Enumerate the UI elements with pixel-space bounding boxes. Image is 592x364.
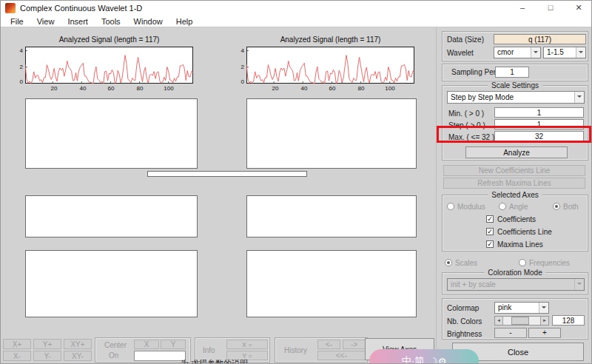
dropdown-arrow-icon — [574, 279, 584, 290]
nb-colors-label: Nb. Colors — [447, 317, 482, 326]
coefficients-line-axes-left — [25, 195, 198, 237]
wavelet-family-dropdown[interactable]: cmor — [494, 47, 541, 58]
wavelet-family-value: cmor — [497, 48, 514, 56]
angle-radio[interactable] — [499, 203, 506, 210]
x-tick-label: 40 — [75, 85, 90, 92]
scales-label: Scales — [455, 259, 477, 267]
menu-window[interactable]: Window — [127, 17, 169, 26]
annotation-highlight-box — [437, 126, 591, 143]
y-tick-label: 0 — [13, 78, 23, 85]
brightness-plus-button[interactable]: + — [528, 328, 561, 338]
modulus-label: Modulus — [457, 203, 485, 211]
sampling-period-input[interactable]: 1 — [495, 67, 529, 78]
sampling-period-group: Sampling Period 1 — [442, 64, 588, 81]
brightness-label: Brightness — [447, 330, 482, 338]
angle-label: Angle — [509, 203, 528, 211]
coefficients-line-checkbox[interactable]: ✓ — [486, 228, 494, 235]
zoom-x-plus-button[interactable]: X+ — [3, 339, 31, 349]
x-tick-label: 80 — [132, 85, 147, 92]
center-on-group: Center On X Y — [95, 337, 191, 363]
analyze-button[interactable]: Analyze — [465, 146, 568, 158]
refresh-maxima-lines-button[interactable]: Refresh Maxima Lines — [443, 178, 585, 189]
close-icon[interactable]: ✕ — [565, 1, 592, 16]
center-x-button[interactable]: X — [134, 340, 159, 349]
y-tick-label: 4 — [235, 47, 244, 54]
y-tick-label: 0 — [235, 78, 244, 85]
colormap-dropdown[interactable]: pink — [494, 302, 549, 314]
center-label: Center — [104, 341, 127, 349]
y-tick-label: 2 — [235, 64, 244, 70]
scale-mode-dropdown[interactable]: Step by Step Mode — [447, 91, 585, 104]
brightness-minus-button[interactable]: - — [494, 328, 527, 338]
wavelet-number-dropdown[interactable]: 1-1.5 — [543, 47, 586, 58]
on-label: On — [109, 351, 118, 360]
x-tick-label: 100 — [161, 85, 176, 92]
coefficients-axes-left — [25, 98, 198, 169]
coloration-mode-title: Coloration Mode — [484, 269, 545, 277]
history-back-button[interactable]: <- — [317, 340, 340, 349]
zoom-y-minus-button[interactable]: Y- — [33, 351, 61, 361]
slider-left-arrow-icon[interactable]: ◄ — [495, 317, 503, 325]
menu-help[interactable]: Help — [169, 17, 200, 26]
coefficients-line-axes-right — [246, 195, 417, 237]
colormap-label: Colormap — [447, 304, 479, 312]
info-label: Info — [203, 346, 215, 354]
slider-thumb[interactable] — [511, 317, 529, 325]
coefficients-label: Coefficients — [497, 215, 536, 223]
signal-plot — [246, 47, 414, 84]
menu-file[interactable]: File — [4, 17, 30, 26]
center-on-input[interactable] — [134, 351, 186, 361]
history-forward-button[interactable]: -> — [343, 340, 366, 349]
history-label: History — [284, 346, 307, 354]
history-back-all-button[interactable]: <<- — [317, 351, 366, 360]
plot-title-left: Analyzed Signal (length = 117) — [25, 36, 193, 44]
nb-colors-input[interactable]: 128 — [552, 315, 585, 326]
selected-axes-group: Selected Axes Modulus Angle Both ✓ Coeff… — [442, 195, 588, 252]
modulus-radio[interactable] — [447, 203, 454, 210]
frequencies-radio[interactable] — [519, 259, 526, 266]
colormap-value: pink — [498, 303, 511, 311]
zoom-x-minus-button[interactable]: X- — [3, 351, 31, 361]
zoom-y-plus-button[interactable]: Y+ — [33, 339, 61, 349]
data-wavelet-group: Data (Size) q (117) Wavelet cmor 1-1.5 — [442, 31, 588, 61]
dropdown-arrow-icon — [574, 92, 584, 103]
zoom-xy-minus-button[interactable]: XY- — [64, 351, 92, 361]
x-tick-label: 80 — [354, 85, 369, 92]
y-tick-label: 4 — [13, 47, 23, 54]
app-window: Complex Continuous Wavelet 1-D – □ ✕ Fil… — [0, 0, 592, 364]
wavelet-label: Wavelet — [447, 49, 474, 57]
x-tick-label: 20 — [268, 85, 283, 92]
selected-axes-title: Selected Axes — [488, 191, 542, 199]
scale-mode-value: Step by Step Mode — [451, 93, 514, 101]
menu-view[interactable]: View — [30, 17, 61, 26]
center-y-button[interactable]: Y — [161, 340, 186, 349]
slider-right-arrow-icon[interactable]: ► — [540, 317, 548, 325]
menu-insert[interactable]: Insert — [61, 17, 95, 26]
coloration-mode-dropdown[interactable]: init + by scale — [447, 278, 585, 291]
min-label: Min. ( > 0 ) — [448, 109, 484, 118]
signal-plot — [25, 47, 193, 84]
minimize-icon[interactable]: – — [508, 1, 536, 16]
slider-track[interactable] — [503, 317, 540, 325]
coefficients-checkbox[interactable]: ✓ — [486, 215, 494, 223]
min-input[interactable]: 1 — [494, 107, 584, 118]
dropdown-arrow-icon — [576, 47, 585, 58]
nb-colors-slider[interactable]: ◄ ► — [494, 316, 549, 326]
history-group: History <- -> <<- — [275, 337, 368, 363]
scale-settings-title: Scale Settings — [488, 81, 542, 90]
both-label: Both — [563, 203, 579, 211]
colormap-group: Colormap pink Nb. Colors ◄ ► 128 Brightn… — [442, 298, 588, 340]
coloration-mode-value: init + by scale — [451, 280, 496, 289]
zoom-xy-plus-button[interactable]: XY+ — [64, 339, 92, 349]
watermark: 中·简 ☽⚙ — [369, 349, 479, 364]
x-tick-label: 100 — [383, 85, 397, 92]
clipped-caption-text: 为 求得参数的说明 — [181, 358, 248, 364]
maximize-icon[interactable]: □ — [536, 1, 565, 16]
colorbar-strip — [147, 171, 307, 177]
panel-divider — [436, 27, 437, 364]
both-radio[interactable] — [553, 203, 560, 210]
menu-tools[interactable]: Tools — [95, 17, 127, 26]
new-coefficients-line-button[interactable]: New Coefficients Line — [443, 165, 585, 176]
maxima-lines-checkbox[interactable]: ✓ — [486, 240, 494, 248]
scales-radio[interactable] — [445, 259, 452, 266]
